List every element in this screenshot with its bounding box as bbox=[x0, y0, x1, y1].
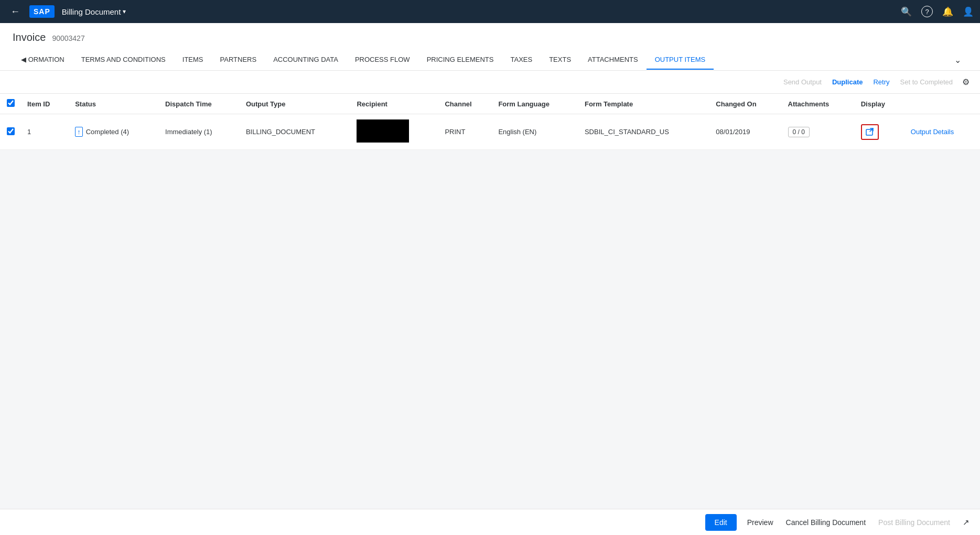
row-status: ↑ Completed (4) bbox=[69, 114, 159, 150]
col-attachments: Attachments bbox=[782, 94, 855, 114]
tab-attachments[interactable]: ATTACHMENTS bbox=[579, 50, 647, 70]
send-output-button[interactable]: Send Output bbox=[782, 76, 823, 88]
row-dispatch-time: Immediately (1) bbox=[159, 114, 240, 150]
set-completed-button[interactable]: Set to Completed bbox=[899, 76, 954, 88]
row-recipient bbox=[350, 114, 438, 150]
nav-icons: 🔍 ? 🔔 👤 bbox=[901, 6, 974, 17]
table-header-row: Item ID Status Dispatch Time Output Type… bbox=[0, 94, 980, 114]
col-output-type: Output Type bbox=[240, 94, 351, 114]
row-checkbox[interactable] bbox=[7, 127, 15, 135]
settings-icon[interactable]: ⚙ bbox=[962, 77, 970, 87]
tab-ormation[interactable]: ◀ ORMATION bbox=[13, 50, 73, 70]
retry-button[interactable]: Retry bbox=[872, 76, 890, 88]
output-details-link[interactable]: Output Details bbox=[911, 128, 954, 136]
top-navigation: ← SAP Billing Document ▾ 🔍 ? 🔔 👤 bbox=[0, 0, 980, 23]
row-display[interactable] bbox=[855, 114, 904, 150]
user-icon[interactable]: 👤 bbox=[963, 6, 974, 17]
select-all-header[interactable] bbox=[0, 94, 21, 114]
col-form-template: Form Template bbox=[578, 94, 709, 114]
page-type: Invoice bbox=[13, 31, 46, 43]
row-changed-on: 08/01/2019 bbox=[709, 114, 781, 150]
tabs-row: ◀ ORMATION TERMS AND CONDITIONS ITEMS PA… bbox=[13, 50, 967, 70]
tab-taxes[interactable]: TAXES bbox=[502, 50, 541, 70]
help-icon[interactable]: ? bbox=[921, 6, 933, 17]
col-item-id: Item ID bbox=[21, 94, 69, 114]
redacted-recipient bbox=[357, 119, 409, 143]
search-icon[interactable]: 🔍 bbox=[901, 6, 912, 17]
col-display: Display bbox=[855, 94, 904, 114]
col-changed-on: Changed On bbox=[709, 94, 781, 114]
tab-accounting[interactable]: ACCOUNTING DATA bbox=[265, 50, 347, 70]
tab-more-chevron[interactable]: ⌄ bbox=[948, 50, 967, 70]
row-item-id: 1 bbox=[21, 114, 69, 150]
col-status: Status bbox=[69, 94, 159, 114]
output-items-table: Item ID Status Dispatch Time Output Type… bbox=[0, 94, 980, 150]
row-output-details[interactable]: Output Details bbox=[904, 114, 980, 150]
row-select-cell[interactable] bbox=[0, 114, 21, 150]
display-button[interactable] bbox=[861, 124, 879, 140]
notification-icon[interactable]: 🔔 bbox=[942, 6, 953, 17]
app-title: Billing Document ▾ bbox=[62, 7, 126, 16]
duplicate-button[interactable]: Duplicate bbox=[831, 76, 864, 88]
col-recipient: Recipient bbox=[350, 94, 438, 114]
sap-logo: SAP bbox=[29, 5, 55, 18]
attachment-count: 0 / 0 bbox=[788, 127, 810, 137]
tab-partners[interactable]: PARTNERS bbox=[212, 50, 265, 70]
col-dispatch-time: Dispatch Time bbox=[159, 94, 240, 114]
page-header: Invoice 90003427 ◀ ORMATION TERMS AND CO… bbox=[0, 23, 980, 71]
tab-texts[interactable]: TEXTS bbox=[541, 50, 579, 70]
row-output-type: BILLING_DOCUMENT bbox=[240, 114, 351, 150]
col-channel: Channel bbox=[438, 94, 492, 114]
output-toolbar: Send Output Duplicate Retry Set to Compl… bbox=[0, 71, 980, 94]
tab-items[interactable]: ITEMS bbox=[174, 50, 212, 70]
page-id: 90003427 bbox=[52, 34, 84, 42]
row-form-language: English (EN) bbox=[492, 114, 578, 150]
row-channel: PRINT bbox=[438, 114, 492, 150]
app-title-chevron[interactable]: ▾ bbox=[123, 8, 126, 15]
page-title-row: Invoice 90003427 bbox=[13, 31, 967, 50]
select-all-checkbox[interactable] bbox=[7, 99, 15, 107]
status-icon: ↑ bbox=[75, 127, 83, 137]
tab-output-items[interactable]: OUTPUT ITEMS bbox=[647, 50, 714, 70]
col-form-language: Form Language bbox=[492, 94, 578, 114]
tab-terms[interactable]: TERMS AND CONDITIONS bbox=[73, 50, 174, 70]
tab-pricing[interactable]: PRICING ELEMENTS bbox=[418, 50, 502, 70]
table-row: 1 ↑ Completed (4) Immediately (1) BILLIN… bbox=[0, 114, 980, 150]
tab-process[interactable]: PROCESS FLOW bbox=[347, 50, 418, 70]
row-attachments: 0 / 0 bbox=[782, 114, 855, 150]
back-button[interactable]: ← bbox=[6, 4, 24, 19]
row-form-template: SDBIL_CI_STANDARD_US bbox=[578, 114, 709, 150]
content-area: Send Output Duplicate Retry Set to Compl… bbox=[0, 71, 980, 498]
